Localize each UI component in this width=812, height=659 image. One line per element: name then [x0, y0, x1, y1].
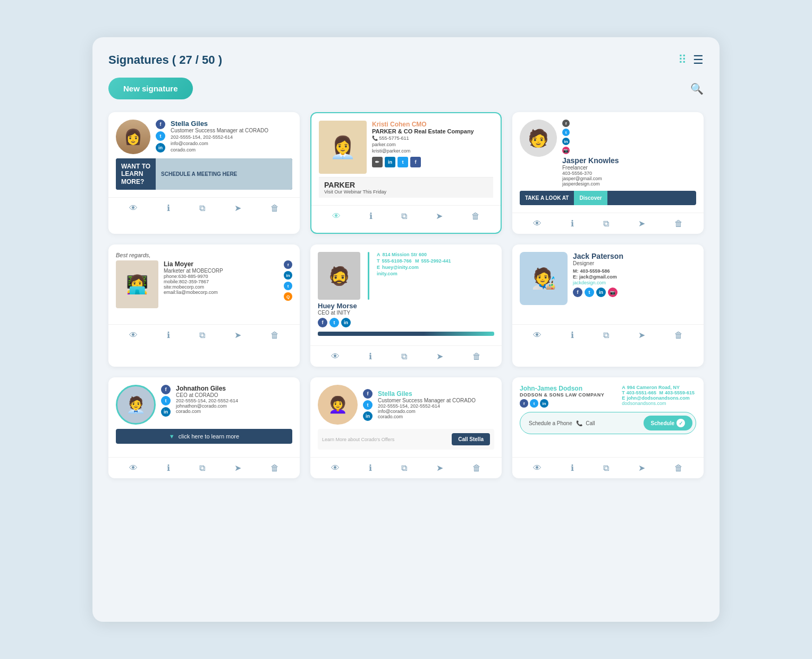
- send-icon-5[interactable]: ➤: [436, 351, 443, 361]
- send-icon-4[interactable]: ➤: [234, 330, 241, 340]
- linkedin-icon[interactable]: in: [156, 143, 165, 153]
- send-icon-1[interactable]: ➤: [234, 203, 241, 213]
- card-5-banner: [318, 332, 494, 336]
- linkedin-icon-5[interactable]: in: [341, 318, 351, 327]
- person-website-3: jasperdesign.com: [562, 181, 696, 187]
- twitter-icon[interactable]: t: [156, 131, 165, 141]
- send-icon-2[interactable]: ➤: [436, 211, 443, 221]
- facebook-icon-5[interactable]: f: [318, 318, 327, 327]
- facebook-icon-2[interactable]: f: [410, 157, 421, 167]
- instagram-icon-6[interactable]: 📷: [608, 288, 618, 297]
- linkedin-icon-9[interactable]: in: [540, 399, 548, 408]
- menu-icon[interactable]: ☰: [693, 53, 704, 67]
- linkedin-icon-4[interactable]: in: [284, 271, 292, 280]
- view-icon-5[interactable]: 👁: [331, 352, 340, 361]
- person-phone-1: 202-5555-154, 202-5552-614: [171, 134, 292, 140]
- schedule-button-9[interactable]: Schedule ✓: [644, 416, 692, 430]
- delete-icon-6[interactable]: 🗑: [674, 331, 683, 340]
- view-icon-7[interactable]: 👁: [129, 463, 138, 473]
- view-icon-2[interactable]: 👁: [332, 212, 341, 221]
- view-icon-3[interactable]: 👁: [533, 219, 542, 229]
- view-icon-1[interactable]: 👁: [129, 204, 138, 213]
- facebook-icon-8[interactable]: f: [363, 389, 373, 399]
- delete-icon-4[interactable]: 🗑: [270, 331, 279, 340]
- facebook-icon-6[interactable]: f: [573, 288, 582, 297]
- info-icon-8[interactable]: ℹ: [369, 463, 372, 473]
- pencil-icon-2[interactable]: ✏: [372, 157, 383, 167]
- info-icon-4[interactable]: ℹ: [167, 330, 170, 340]
- send-icon-6[interactable]: ➤: [638, 330, 645, 340]
- info-icon-1[interactable]: ℹ: [167, 203, 170, 213]
- copy-icon-5[interactable]: ⧉: [401, 352, 407, 361]
- twitter-icon-5[interactable]: t: [329, 318, 339, 327]
- twitter-row-3: t: [562, 129, 696, 136]
- person-address-9: A994 Cameron Road, NY: [622, 385, 696, 390]
- linkedin-icon-2[interactable]: in: [385, 157, 395, 167]
- delete-icon-1[interactable]: 🗑: [270, 204, 279, 213]
- linkedin-icon-3[interactable]: in: [562, 138, 570, 145]
- toolbar: New signature 🔍: [108, 78, 704, 99]
- view-icon-6[interactable]: 👁: [533, 331, 542, 340]
- info-icon-7[interactable]: ℹ: [167, 463, 170, 473]
- linkedin-row-3: in: [562, 138, 696, 145]
- copy-icon-2[interactable]: ⧉: [401, 212, 407, 221]
- send-icon-3[interactable]: ➤: [638, 218, 645, 229]
- view-icon-4[interactable]: 👁: [129, 331, 138, 340]
- delete-icon-2[interactable]: 🗑: [471, 212, 480, 221]
- search-icon[interactable]: 🔍: [690, 82, 704, 95]
- copy-icon-1[interactable]: ⧉: [199, 204, 205, 213]
- info-icon-9[interactable]: ℹ: [571, 463, 574, 473]
- twitter-icon-8[interactable]: t: [363, 400, 373, 410]
- linkedin-icon-6[interactable]: in: [596, 288, 606, 297]
- person-website-6: jackdesign.com: [573, 280, 696, 285]
- linkedin-icon-8[interactable]: in: [363, 411, 373, 421]
- person-info-2: Kristi Cohen CMO PARKER & CO Real Estate…: [372, 121, 493, 174]
- delete-icon-8[interactable]: 🗑: [472, 463, 481, 473]
- banner-right-1[interactable]: SCHEDULE A MEETING HERE: [156, 158, 292, 190]
- info-icon-2[interactable]: ℹ: [369, 211, 373, 221]
- twitter-icon-3[interactable]: t: [562, 129, 570, 136]
- quora-icon-4[interactable]: Q: [284, 292, 292, 301]
- schedule-phone-call-banner[interactable]: Schedule a Phone 📞 Call Schedule ✓: [520, 412, 696, 434]
- delete-icon-7[interactable]: 🗑: [270, 463, 279, 473]
- view-icon-8[interactable]: 👁: [331, 463, 340, 473]
- twitter-icon-4[interactable]: t: [284, 282, 292, 290]
- twitter-icon-6[interactable]: t: [585, 288, 594, 297]
- delete-icon-5[interactable]: 🗑: [472, 352, 481, 361]
- card-7-banner[interactable]: ▼ click here to learn more: [116, 429, 292, 444]
- linkedin-icon-7[interactable]: in: [161, 407, 171, 417]
- info-icon-5[interactable]: ℹ: [369, 351, 372, 361]
- twitter-icon-7[interactable]: t: [161, 396, 171, 405]
- send-icon-9[interactable]: ➤: [638, 463, 645, 473]
- delete-icon-9[interactable]: 🗑: [674, 463, 683, 473]
- facebook-icon-7[interactable]: f: [161, 385, 171, 394]
- info-icon-3[interactable]: ℹ: [571, 218, 574, 229]
- card-2-person: 👩‍💼 Kristi Cohen CMO PARKER & CO Real Es…: [319, 121, 493, 174]
- copy-icon-9[interactable]: ⧉: [603, 463, 609, 473]
- facebook-icon-9[interactable]: f: [520, 399, 528, 408]
- new-signature-button[interactable]: New signature: [108, 78, 193, 99]
- send-icon-8[interactable]: ➤: [436, 463, 443, 473]
- send-icon-7[interactable]: ➤: [234, 463, 241, 473]
- copy-icon-3[interactable]: ⧉: [603, 219, 609, 229]
- info-icon-6[interactable]: ℹ: [571, 330, 574, 340]
- twitter-icon-9[interactable]: t: [530, 399, 538, 408]
- banner-right-3[interactable]: Discover: [574, 191, 607, 205]
- twitter-icon-2[interactable]: t: [397, 157, 408, 167]
- grid-icon[interactable]: ⠿: [678, 53, 687, 67]
- call-button-8[interactable]: Call Stella: [452, 433, 490, 445]
- person-address-5: A814 Mission Str 600: [377, 252, 494, 257]
- delete-icon-3[interactable]: 🗑: [674, 219, 683, 229]
- copy-icon-7[interactable]: ⧉: [199, 463, 205, 473]
- card-4-person: 👩‍💻 Lia Moyer Marketer at MOBECORP phone…: [116, 260, 292, 308]
- copy-icon-4[interactable]: ⧉: [199, 331, 205, 340]
- instagram-icon-3[interactable]: 📷: [562, 147, 570, 154]
- person-phone-9: T403-5551-665 M403-5559-615: [622, 390, 696, 395]
- person-info-8: Stella Giles Customer Success Manager at…: [378, 390, 494, 419]
- copy-icon-6[interactable]: ⧉: [603, 331, 609, 340]
- copy-icon-8[interactable]: ⧉: [401, 463, 407, 473]
- facebook-icon-3[interactable]: f: [562, 120, 570, 127]
- facebook-icon-4[interactable]: f: [284, 260, 292, 269]
- facebook-icon[interactable]: f: [156, 120, 165, 129]
- view-icon-9[interactable]: 👁: [533, 463, 542, 473]
